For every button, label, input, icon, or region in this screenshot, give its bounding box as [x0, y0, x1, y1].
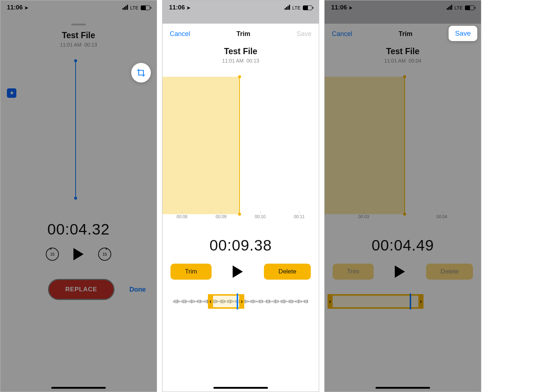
- recording-time: 11:01 AM: [222, 58, 244, 64]
- home-indicator[interactable]: [376, 387, 430, 389]
- network-label: LTE: [292, 5, 301, 11]
- recording-title: Test File: [325, 47, 481, 56]
- recording-time: 11:01 AM: [60, 42, 81, 48]
- delete-button: Delete: [426, 264, 473, 280]
- recording-title: Test File: [162, 47, 319, 56]
- trim-sheet: Cancel Trim Save Test File 11:01 AM00:13…: [162, 24, 319, 392]
- recording-duration: 00:04: [409, 58, 421, 64]
- waveform: [325, 139, 481, 160]
- battery-icon: [465, 5, 474, 10]
- status-time: 11:06: [169, 4, 185, 11]
- save-button: Save: [297, 30, 312, 38]
- cancel-button[interactable]: Cancel: [332, 30, 352, 38]
- trim-handle-left[interactable]: ‹: [328, 294, 333, 309]
- location-icon: ➤: [186, 5, 190, 11]
- overview-playhead[interactable]: [237, 293, 238, 309]
- waveform-area[interactable]: 00:08 00:09 00:10 00:11: [162, 77, 319, 222]
- overview-playhead[interactable]: [410, 293, 411, 309]
- trim-handle-right[interactable]: ›: [239, 294, 244, 309]
- trim-handle-right[interactable]: ›: [418, 294, 423, 309]
- waveform: [0, 123, 157, 144]
- recording-title[interactable]: Test File: [0, 31, 157, 40]
- skip-back-15-button[interactable]: 15: [46, 248, 59, 261]
- recording-duration: 00:13: [84, 42, 97, 48]
- overview-scrubber[interactable]: ‹ ›: [328, 294, 423, 309]
- signal-icon: [446, 5, 452, 11]
- signal-icon: [122, 5, 128, 11]
- trim-button: Trim: [333, 264, 374, 280]
- save-callout[interactable]: Save: [449, 26, 477, 41]
- play-button[interactable]: [73, 248, 84, 260]
- network-label: LTE: [130, 5, 138, 11]
- status-bar: 11:06 ➤ LTE: [325, 0, 481, 15]
- trim-playhead[interactable]: [404, 77, 405, 214]
- status-bar: 11:06 ➤ LTE: [0, 0, 157, 15]
- time-ruler: 00:08 00:09 00:10 00:11: [162, 214, 319, 222]
- recording-time: 11:01 AM: [384, 58, 406, 64]
- trim-sheet: Cancel Trim Save Test File 11:01 AM00:04…: [325, 24, 481, 392]
- current-time: 00:09.38: [162, 237, 319, 254]
- battery-icon: [141, 5, 150, 10]
- overview-scrubber[interactable]: ‹ ›: [173, 294, 309, 309]
- skip-forward-15-button[interactable]: 15: [98, 248, 111, 261]
- overview-selection[interactable]: [211, 294, 241, 309]
- current-time: 00:04.49: [325, 237, 481, 254]
- trim-playhead[interactable]: [239, 77, 240, 214]
- recording-duration: 00:13: [246, 58, 259, 64]
- status-time: 11:06: [331, 4, 347, 11]
- current-time: 00:04.32: [0, 221, 157, 238]
- waveform: [162, 139, 319, 160]
- screen-trim-save: 11:06 ➤ LTE Cancel Trim Save Test File 1…: [324, 0, 481, 392]
- home-indicator[interactable]: [51, 387, 106, 389]
- time-ruler: 00:03 00:04: [325, 214, 481, 222]
- delete-button[interactable]: Delete: [264, 264, 311, 280]
- home-indicator[interactable]: [213, 387, 268, 389]
- done-button[interactable]: Done: [129, 286, 146, 293]
- trim-crop-button[interactable]: [131, 63, 151, 83]
- screen-trim: 11:06 ➤ LTE Cancel Trim Save Test File 1…: [162, 0, 319, 392]
- status-bar: 11:06 ➤ LTE: [162, 0, 319, 15]
- sheet-title: Trim: [236, 30, 250, 38]
- battery-icon: [303, 5, 312, 10]
- network-label: LTE: [454, 5, 463, 11]
- screen-edit-recording: 11:06 ➤ LTE Test File 11:01 AM00:13 ✦ 00…: [0, 0, 157, 392]
- cancel-button[interactable]: Cancel: [170, 30, 190, 38]
- overview-selection[interactable]: [328, 294, 423, 309]
- replace-button[interactable]: REPLACE: [48, 279, 114, 300]
- status-time: 11:06: [7, 4, 23, 11]
- play-button[interactable]: [233, 265, 243, 278]
- signal-icon: [284, 5, 290, 11]
- location-icon: ➤: [349, 5, 353, 11]
- trim-handle-left[interactable]: ‹: [208, 294, 213, 309]
- trim-button[interactable]: Trim: [170, 264, 212, 280]
- play-button[interactable]: [395, 265, 405, 278]
- playhead[interactable]: [75, 61, 76, 198]
- sheet-title: Trim: [398, 30, 412, 38]
- location-icon: ➤: [24, 5, 28, 11]
- waveform-area[interactable]: 00:03 00:04: [325, 77, 481, 222]
- waveform-area[interactable]: [0, 61, 157, 206]
